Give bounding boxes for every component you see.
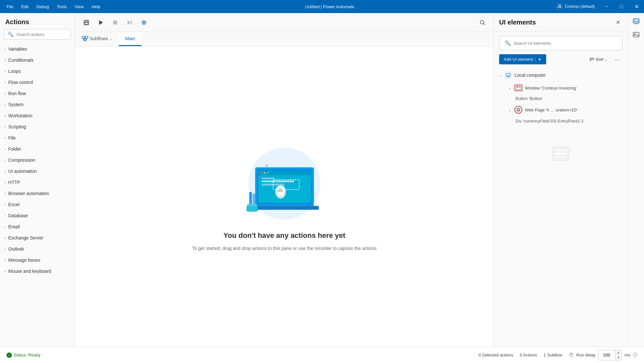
chevron-down-icon: ⌄ <box>508 108 511 112</box>
webpage-label: Web Page 'h … uration=1D' <box>525 107 577 112</box>
status-text: Status: Ready <box>14 353 41 357</box>
action-group-folder[interactable]: › Folder <box>0 143 75 155</box>
window-label: Window 'Contoso Invoicing' <box>525 86 577 91</box>
action-group-label: Message boxes <box>8 257 40 263</box>
minimize-button[interactable]: − <box>599 0 614 13</box>
menu-file[interactable]: File <box>3 0 17 13</box>
svg-rect-47 <box>506 74 510 76</box>
record-button[interactable] <box>138 17 150 28</box>
menu-help[interactable]: Help <box>88 0 104 13</box>
user-account[interactable]: Contoso (default) <box>552 3 599 10</box>
menu-edit[interactable]: Edit <box>17 0 32 13</box>
panel-close-button[interactable]: ✕ <box>613 18 622 27</box>
action-group-exchange-server[interactable]: › Exchange Server <box>0 232 75 243</box>
ui-elements-search-bar[interactable]: 🔍 <box>499 36 622 50</box>
chevron-right-icon: › <box>5 92 6 95</box>
search-ui-elements-input[interactable] <box>513 41 617 46</box>
info-icon[interactable]: ⓘ <box>633 352 637 358</box>
layers-icon <box>633 18 640 25</box>
action-group-label: Folder <box>8 146 21 152</box>
chevron-right-icon: › <box>5 114 6 118</box>
sort-button[interactable]: Sort ⌄ <box>586 55 610 64</box>
action-group-conditionals[interactable]: › Conditionals <box>0 55 75 66</box>
svg-rect-66 <box>635 24 638 25</box>
action-group-label: Email <box>8 224 20 229</box>
tab-subflows[interactable]: Subflows ⌄ <box>75 32 119 46</box>
ui-elements-tree: ⌄ Local computer ⌄ <box>494 68 628 347</box>
status-ready: ✓ Status: Ready <box>7 353 41 358</box>
action-group-email[interactable]: › Email <box>0 221 75 232</box>
add-ui-element-dropdown-arrow[interactable]: ▼ <box>535 58 542 61</box>
action-group-mouse-keyboard[interactable]: › Mouse and keyboard <box>0 266 75 277</box>
chevron-right-icon: › <box>5 247 6 251</box>
tree-item-webpage[interactable]: ⌄ Web Page 'h … uration=1D' <box>494 103 628 116</box>
tree-sub-item-button[interactable]: Button 'Button' <box>494 94 628 103</box>
maximize-button[interactable]: □ <box>614 0 629 13</box>
ui-elements-panel-toggle[interactable] <box>630 16 642 27</box>
action-group-loops[interactable]: › Loops <box>0 66 75 77</box>
run-delay-down-arrow[interactable]: ▼ <box>615 355 622 360</box>
more-options-button[interactable]: ⋯ <box>613 55 622 64</box>
action-group-scripting[interactable]: › Scripting <box>0 121 75 132</box>
action-group-flow-control[interactable]: › Flow control <box>0 77 75 88</box>
empty-subtitle: To get started, drag and drop actions to… <box>192 245 376 252</box>
run-delay-up-arrow[interactable]: ▲ <box>615 350 622 355</box>
action-group-http[interactable]: › HTTP <box>0 177 75 188</box>
actions-count: 0 Actions <box>520 353 537 357</box>
search-icon: 🔍 <box>505 40 511 46</box>
action-group-run-flow[interactable]: › Run flow <box>0 88 75 99</box>
svg-point-9 <box>143 22 145 24</box>
tree-item-window[interactable]: ⌄ Window 'Contoso Invoicing' <box>494 82 628 94</box>
svg-point-25 <box>264 172 266 174</box>
action-group-outlook[interactable]: › Outlook <box>0 243 75 255</box>
chevron-right-icon: › <box>5 147 6 151</box>
action-group-file[interactable]: › File <box>0 132 75 143</box>
menu-view[interactable]: View <box>71 0 88 13</box>
action-group-database[interactable]: › Database <box>0 210 75 221</box>
window-title: Untitled | Power Automate <box>107 4 552 9</box>
search-canvas-button[interactable] <box>477 17 488 28</box>
actions-search-bar[interactable]: 🔍 <box>4 29 71 40</box>
action-group-workstation[interactable]: › Workstation <box>0 110 75 121</box>
svg-marker-4 <box>99 20 103 25</box>
subflows-icon <box>82 36 88 41</box>
action-group-label: Run flow <box>8 91 26 96</box>
action-group-message-boxes[interactable]: › Message boxes <box>0 255 75 266</box>
run-button[interactable] <box>95 17 107 28</box>
sort-icon <box>589 57 594 62</box>
action-group-compression[interactable]: › Compression <box>0 155 75 166</box>
action-group-label: Compression <box>8 157 35 163</box>
layers-icon <box>551 145 571 163</box>
record-icon <box>141 19 147 26</box>
menu-tools[interactable]: Tools <box>53 0 71 13</box>
svg-point-54 <box>518 87 518 87</box>
action-group-browser-automation[interactable]: › Browser automation <box>0 188 75 199</box>
tree-sub-item-div[interactable]: Div 'currencyField-DS-EntryPoint1-1' <box>494 116 628 126</box>
tab-main-label: Main <box>125 36 135 41</box>
user-name: Contoso (default) <box>565 4 595 9</box>
action-group-label: HTTP <box>8 180 20 185</box>
chevron-right-icon: › <box>5 58 6 62</box>
step-button[interactable] <box>124 17 135 28</box>
save-button[interactable] <box>80 17 92 28</box>
run-icon <box>97 19 104 26</box>
add-ui-element-button[interactable]: Add UI element ▼ <box>499 54 546 64</box>
run-delay-input[interactable] <box>599 351 615 359</box>
action-group-system[interactable]: › System <box>0 99 75 110</box>
menu-debug[interactable]: Debug <box>32 0 53 13</box>
ui-elements-header: UI elements ✕ <box>494 13 628 32</box>
search-actions-input[interactable] <box>16 32 67 37</box>
svg-rect-67 <box>633 32 639 37</box>
svg-rect-5 <box>113 21 117 25</box>
image-panel-toggle[interactable] <box>630 29 642 41</box>
action-group-label: Outlook <box>8 246 24 252</box>
action-group-ui-automation[interactable]: › UI automation <box>0 166 75 177</box>
tree-group-local-computer[interactable]: ⌄ Local computer <box>494 68 628 82</box>
svg-point-26 <box>267 172 269 174</box>
stop-button[interactable] <box>109 17 121 28</box>
action-group-variables[interactable]: › Variables <box>0 43 75 55</box>
user-avatar <box>556 3 563 10</box>
action-group-excel[interactable]: › Excel <box>0 199 75 210</box>
close-button[interactable]: ✕ <box>629 0 644 13</box>
tab-main[interactable]: Main <box>119 32 142 46</box>
